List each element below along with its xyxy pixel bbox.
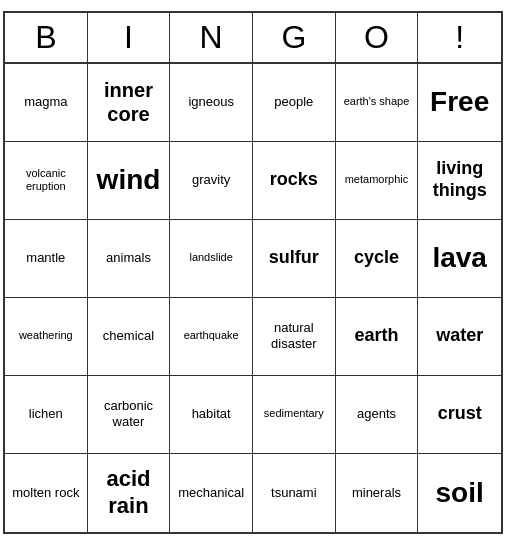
bingo-cell: acid rain <box>88 454 171 532</box>
bingo-cell: molten rock <box>5 454 88 532</box>
bingo-cell: magma <box>5 64 88 142</box>
bingo-cell: igneous <box>170 64 253 142</box>
bingo-cell: people <box>253 64 336 142</box>
bingo-cell: earth <box>336 298 419 376</box>
bingo-header: BINGO! <box>5 13 501 64</box>
bingo-cell: mantle <box>5 220 88 298</box>
bingo-cell: wind <box>88 142 171 220</box>
bingo-cell: inner core <box>88 64 171 142</box>
bingo-cell: habitat <box>170 376 253 454</box>
bingo-cell: rocks <box>253 142 336 220</box>
bingo-cell: living things <box>418 142 501 220</box>
bingo-cell: tsunami <box>253 454 336 532</box>
bingo-cell: soil <box>418 454 501 532</box>
bingo-cell: lava <box>418 220 501 298</box>
bingo-cell: sedimentary <box>253 376 336 454</box>
header-letter: O <box>336 13 419 62</box>
bingo-cell: metamorphic <box>336 142 419 220</box>
bingo-cell: earthquake <box>170 298 253 376</box>
bingo-cell: sulfur <box>253 220 336 298</box>
bingo-cell: natural disaster <box>253 298 336 376</box>
header-letter: I <box>88 13 171 62</box>
bingo-cell: cycle <box>336 220 419 298</box>
bingo-cell: lichen <box>5 376 88 454</box>
bingo-cell: landslide <box>170 220 253 298</box>
bingo-cell: chemical <box>88 298 171 376</box>
bingo-cell: water <box>418 298 501 376</box>
bingo-card: BINGO! magmainner coreigneouspeopleearth… <box>3 11 503 534</box>
bingo-cell: gravity <box>170 142 253 220</box>
header-letter: N <box>170 13 253 62</box>
bingo-grid: magmainner coreigneouspeopleearth's shap… <box>5 64 501 532</box>
bingo-cell: earth's shape <box>336 64 419 142</box>
bingo-cell: animals <box>88 220 171 298</box>
bingo-cell: volcanic eruption <box>5 142 88 220</box>
bingo-cell: mechanical <box>170 454 253 532</box>
bingo-cell: agents <box>336 376 419 454</box>
header-letter: ! <box>418 13 501 62</box>
header-letter: G <box>253 13 336 62</box>
bingo-cell: crust <box>418 376 501 454</box>
bingo-cell: minerals <box>336 454 419 532</box>
bingo-cell: carbonic water <box>88 376 171 454</box>
bingo-cell: weathering <box>5 298 88 376</box>
bingo-cell: Free <box>418 64 501 142</box>
header-letter: B <box>5 13 88 62</box>
